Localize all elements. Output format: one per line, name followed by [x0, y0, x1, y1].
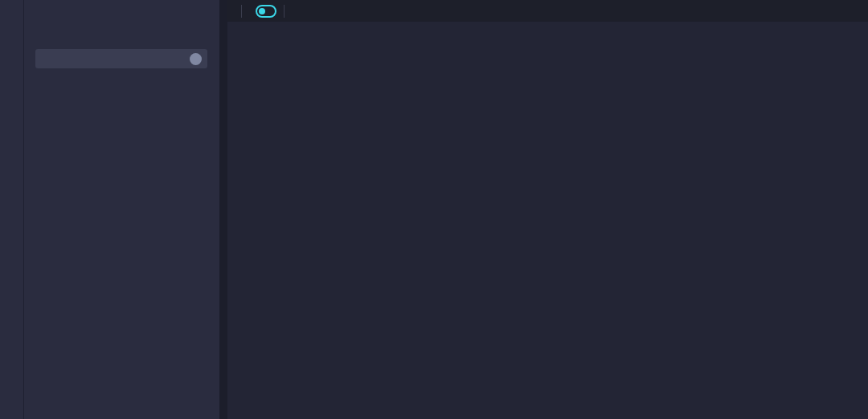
editor-area — [227, 0, 868, 419]
editor-topbar — [227, 0, 868, 22]
activity-bar — [0, 0, 24, 419]
workspaces-row — [24, 28, 219, 44]
workspace-select[interactable] — [35, 49, 207, 68]
code-editor[interactable] — [227, 22, 868, 419]
panel-header — [24, 0, 219, 23]
remix-ide-window — [0, 0, 868, 419]
ai-copilot-toggle[interactable] — [256, 5, 276, 18]
separator — [284, 5, 285, 18]
panel-separator[interactable] — [219, 0, 227, 419]
separator — [241, 5, 242, 18]
file-explorer-panel — [24, 0, 219, 419]
workspace-updown-icon[interactable] — [190, 53, 202, 65]
